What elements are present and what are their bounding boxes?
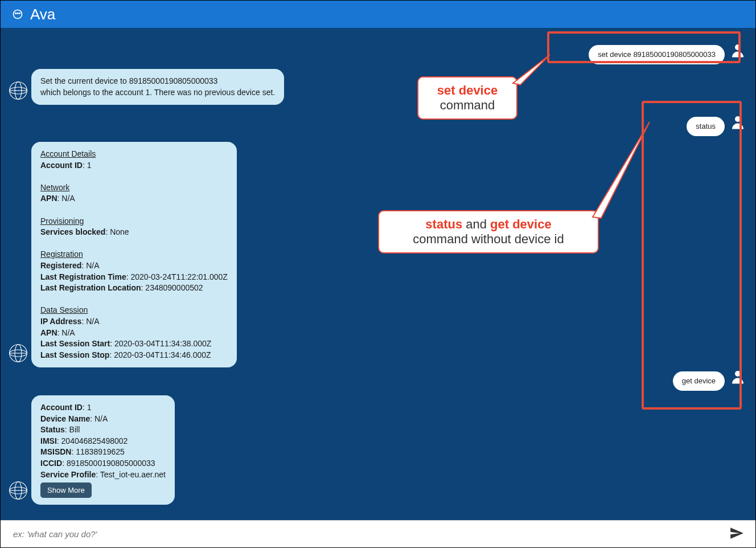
message-row: get device — [673, 367, 751, 391]
chat-input[interactable] — [13, 529, 727, 539]
kv-row: Last Session Start: 2020-03-04T11:34:38.… — [40, 338, 228, 350]
send-button[interactable] — [727, 524, 746, 545]
callout-text: command — [440, 98, 495, 112]
svg-point-14 — [735, 371, 741, 377]
svg-marker-19 — [513, 55, 550, 85]
user-message-bubble: status — [687, 117, 725, 136]
user-avatar-icon — [728, 112, 747, 132]
callout-text: command without device id — [413, 232, 564, 246]
kv-row: IP Address: N/A — [40, 316, 228, 328]
kv-row: Status: Bill — [40, 424, 166, 436]
callout: set device command — [417, 76, 517, 120]
section-head: Registration — [40, 249, 228, 260]
svg-point-2 — [17, 13, 18, 14]
message-row: Account ID: 1 Device Name: N/A Status: B… — [5, 395, 175, 505]
chat-icon — [12, 9, 23, 20]
kv-row: Registered: N/A — [40, 260, 228, 272]
callout-bold: status — [425, 217, 462, 231]
bot-message-line2: which belongs to the account 1. There wa… — [40, 87, 275, 99]
kv-row: Last Session Stop: 2020-03-04T11:34:46.0… — [40, 350, 228, 361]
bot-status-bubble: Account Details Account ID: 1 Network AP… — [31, 142, 237, 367]
user-avatar-icon — [728, 40, 747, 60]
callout-pointer — [587, 119, 655, 219]
callout-bold: set device — [437, 83, 498, 97]
section-head: Provisioning — [40, 216, 228, 227]
user-avatar-icon — [728, 367, 747, 386]
kv-row: MSISDN: 11838919625 — [40, 447, 166, 458]
show-more-button[interactable]: Show More — [40, 482, 92, 498]
user-message-bubble: set device 89185000190805000033 — [589, 45, 725, 64]
kv-row: ICCID: 89185000190805000033 — [40, 458, 166, 469]
send-icon — [729, 534, 744, 542]
kv-row: Account ID: 1 — [40, 402, 166, 414]
message-row: Set the current device to 89185000190805… — [5, 69, 284, 105]
svg-point-4 — [735, 44, 741, 50]
kv-row: Device Name: N/A — [40, 414, 166, 425]
kv-row: Services blocked: None — [40, 227, 228, 238]
message-row: Account Details Account ID: 1 Network AP… — [5, 142, 237, 367]
bot-device-bubble: Account ID: 1 Device Name: N/A Status: B… — [31, 395, 175, 505]
kv-row: APN: N/A — [40, 328, 228, 339]
bot-message-bubble: Set the current device to 89185000190805… — [31, 69, 284, 105]
callout-text: and — [462, 217, 490, 231]
kv-row: APN: N/A — [40, 193, 228, 205]
bot-message-line1: Set the current device to 89185000190805… — [40, 76, 275, 87]
app-header: Ava — [1, 1, 755, 28]
section-head: Network — [40, 182, 228, 194]
svg-point-3 — [19, 13, 20, 14]
bot-avatar-icon — [9, 481, 28, 500]
kv-row: Account ID: 1 — [40, 160, 228, 171]
kv-row: Last Registration Time: 2020-03-24T11:22… — [40, 272, 228, 283]
svg-marker-20 — [593, 122, 650, 218]
kv-row: IMSI: 204046825498002 — [40, 436, 166, 447]
section-head: Account Details — [40, 149, 228, 160]
message-row: status — [687, 112, 751, 136]
annotation-box — [642, 101, 742, 410]
message-row: set device 89185000190805000033 — [589, 40, 751, 64]
app-title: Ava — [30, 6, 55, 23]
input-bar — [1, 520, 755, 547]
svg-point-9 — [735, 116, 741, 122]
svg-point-1 — [15, 13, 17, 14]
bot-avatar-icon — [9, 343, 28, 363]
chat-area: set device 89185000190805000033 Set the … — [1, 28, 755, 520]
callout-bold: get device — [490, 217, 552, 231]
callout: status and get device command without de… — [378, 210, 599, 253]
bot-avatar-icon — [9, 81, 28, 100]
section-head: Data Session — [40, 305, 228, 316]
kv-row: Last Registration Location: 234809000050… — [40, 283, 228, 294]
kv-row: Service Profile: Test_iot-eu.aer.net — [40, 469, 166, 481]
user-message-bubble: get device — [673, 371, 725, 391]
